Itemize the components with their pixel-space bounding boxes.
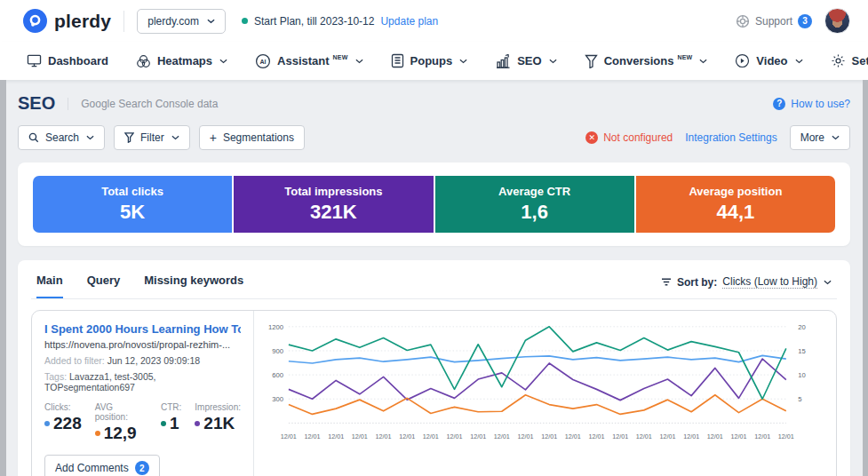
tags-label: Tags: [44, 371, 67, 382]
stat-total-clicks: Total clicks 5K [33, 176, 232, 233]
metrics-row: Clicks: 228 AVG position: 12,9 CTR: 1 Im… [44, 402, 241, 443]
added-value: Jun 12, 2023 09:09:18 [108, 355, 201, 366]
support-button[interactable]: Support 3 [736, 14, 812, 28]
svg-text:12/01: 12/01 [446, 432, 462, 440]
metric-dot [44, 421, 50, 426]
chevron-down-icon [219, 59, 227, 64]
svg-text:12/01: 12/01 [352, 432, 368, 440]
tab-query[interactable]: Query [87, 274, 121, 298]
nav-item-dashboard[interactable]: Dashboard [27, 54, 108, 67]
not-configured-status: ✕ Not configured [585, 131, 673, 144]
plus-icon: + [210, 133, 217, 142]
stat-label: Average position [689, 185, 782, 198]
video-play-icon [735, 53, 750, 68]
metric-dot [95, 431, 100, 436]
filter-funnel-icon [124, 132, 134, 143]
stat-label: Total clicks [101, 185, 163, 198]
gear-icon [831, 53, 846, 68]
plerdy-logo[interactable]: plerdy [23, 9, 111, 33]
filter-button[interactable]: Filter [114, 125, 190, 150]
comments-count-badge: 2 [135, 461, 149, 475]
svg-text:AI: AI [260, 59, 267, 65]
svg-text:12/01: 12/01 [754, 432, 770, 440]
stat-total-impressions: Total impressions 321K [234, 176, 433, 233]
svg-text:12/01: 12/01 [494, 432, 510, 440]
tabs-bar: Main Query Missing keywords Sort by: Cli… [31, 260, 837, 299]
svg-text:10: 10 [798, 371, 806, 379]
svg-text:12/01: 12/01 [707, 432, 723, 440]
svg-text:12/01: 12/01 [328, 432, 344, 440]
nav-item-seo[interactable]: SEO [495, 54, 556, 68]
metric-label: Clicks: [44, 402, 82, 412]
segmentations-button[interactable]: + Segmentations [199, 125, 305, 150]
svg-text:300: 300 [272, 395, 283, 403]
divider [123, 11, 124, 32]
nav-item-assistant[interactable]: AI Assistant NEW [255, 53, 362, 69]
chevron-down-icon [832, 135, 840, 140]
nav-label: SEO [517, 54, 541, 67]
sort-by-label: Sort by: [677, 276, 717, 289]
metric-value: 1 [170, 414, 179, 433]
plan-status: Start Plan, till 2023-10-12 Update plan [242, 15, 438, 28]
metric-dot [161, 421, 166, 426]
new-badge: NEW [333, 54, 348, 60]
seo-chart-icon [495, 54, 511, 68]
results-card: Main Query Missing keywords Sort by: Cli… [18, 260, 850, 476]
nav-item-heatmaps[interactable]: Heatmaps [136, 54, 227, 68]
svg-text:12/01: 12/01 [541, 432, 557, 440]
result-title-link[interactable]: I Spent 2000 Hours Learning How To... [44, 322, 241, 336]
svg-text:12/01: 12/01 [281, 432, 297, 440]
nav-item-popups[interactable]: Popups [391, 53, 468, 68]
svg-text:12/01: 12/01 [399, 432, 415, 440]
how-to-use-label: How to use? [791, 98, 850, 110]
update-plan-link[interactable]: Update plan [380, 15, 438, 28]
chevron-down-icon [459, 59, 467, 64]
svg-text:12/01: 12/01 [659, 432, 675, 440]
chevron-down-icon [86, 135, 94, 140]
chevron-down-icon [171, 135, 179, 140]
search-button[interactable]: Search [18, 125, 105, 150]
sort-by-control[interactable]: Sort by: Clicks (Low to High) [661, 275, 832, 297]
more-button[interactable]: More [790, 125, 850, 150]
funnel-icon [585, 54, 598, 68]
stat-average-position: Average position 44,1 [636, 176, 835, 233]
heatmaps-icon [136, 54, 151, 68]
tab-missing-keywords[interactable]: Missing keywords [144, 274, 243, 298]
domain-select[interactable]: plerdy.com [137, 9, 226, 34]
not-configured-label: Not configured [603, 131, 673, 144]
metric-avg-position: AVG position: 12,9 [95, 402, 147, 443]
plan-status-dot [242, 18, 248, 24]
svg-text:12/01: 12/01 [565, 432, 581, 440]
how-to-use-link[interactable]: ? How to use? [773, 98, 850, 110]
sort-by-value: Clicks (Low to High) [722, 275, 817, 289]
chevron-down-icon [795, 59, 803, 64]
nav-item-settings[interactable]: Settings [831, 53, 868, 68]
segmentations-label: Segmentations [223, 131, 294, 144]
svg-text:12/01: 12/01 [517, 432, 533, 440]
question-icon: ? [773, 98, 785, 110]
chevron-down-icon [355, 59, 363, 64]
nav-label: Dashboard [48, 54, 108, 67]
stat-value: 1,6 [521, 201, 548, 224]
stat-label: Average CTR [498, 185, 570, 198]
page-subtitle: Google Search Console data [68, 98, 218, 110]
add-comments-button[interactable]: Add Comments 2 [44, 455, 160, 476]
page-content: SEO Google Search Console data ? How to … [0, 80, 868, 476]
svg-text:12/01: 12/01 [588, 432, 604, 440]
nav-label: Conversions [604, 54, 674, 67]
metric-impression: Impression: 21K [195, 402, 241, 443]
support-label: Support [755, 15, 792, 28]
nav-item-video[interactable]: Video [735, 53, 802, 68]
metric-value: 21K [203, 414, 235, 433]
nav-item-conversions[interactable]: Conversions NEW [585, 54, 708, 68]
nav-label: Popups [410, 54, 453, 67]
integration-settings-link[interactable]: Integration Settings [685, 131, 776, 144]
chevron-down-icon [699, 59, 707, 64]
metrics-line-chart: 3005600109001512002012/0112/0112/0112/01… [254, 311, 836, 476]
tab-main[interactable]: Main [36, 274, 63, 298]
nav-label: Assistant [277, 54, 330, 67]
svg-text:20: 20 [798, 323, 806, 331]
svg-text:5: 5 [798, 395, 801, 403]
svg-text:12/01: 12/01 [470, 432, 486, 440]
user-avatar[interactable] [824, 8, 850, 34]
